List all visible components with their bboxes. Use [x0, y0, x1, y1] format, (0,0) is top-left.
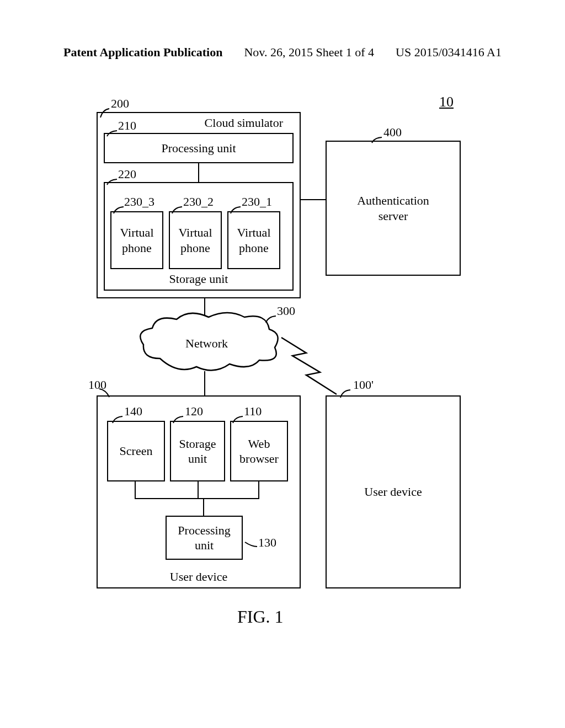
bus-h: [135, 498, 259, 499]
bus-v2: [198, 481, 199, 498]
figure-caption: FIG. 1: [237, 607, 284, 627]
lead-140: [111, 411, 124, 423]
lead-400: [371, 131, 383, 143]
block-proc-unit-user: Processing unit: [166, 516, 243, 560]
lead-2302: [171, 201, 183, 213]
ref-proc-user: 130: [258, 536, 276, 550]
header-center: Nov. 26, 2015 Sheet 1 of 4: [244, 45, 374, 60]
block-auth-server: Authentication server: [326, 141, 461, 276]
block-web-browser: Web browser: [230, 421, 288, 481]
header-left: Patent Application Publication: [63, 45, 222, 60]
web-browser-text: Web browser: [239, 436, 279, 467]
conn-cloud-auth: [301, 199, 326, 200]
ref-proc-cloud: 210: [118, 119, 136, 133]
block-vp2: Virtual phone: [169, 211, 222, 269]
ref-storage-user: 120: [185, 404, 203, 419]
block-vp1: Virtual phone: [227, 211, 280, 269]
lead-220: [106, 173, 118, 185]
block-user-device-2: User device: [326, 395, 461, 588]
page-header: Patent Application Publication Nov. 26, …: [0, 45, 565, 60]
lead-200: [99, 102, 110, 119]
conn-proc-storage: [198, 163, 199, 182]
block-screen: Screen: [107, 421, 165, 481]
ref-cloud-sim: 200: [111, 97, 129, 111]
diagram-figure-1: 10 Cloud simulator 200 Processing unit 2…: [66, 85, 497, 637]
wireless-icon: [276, 331, 348, 397]
storage-small-text: Storage unit: [179, 436, 216, 467]
block-storage-small: Storage unit: [170, 421, 225, 481]
bus-down: [203, 498, 204, 516]
ref-screen: 140: [124, 404, 142, 419]
storage-unit-cloud-text: Storage unit: [169, 271, 228, 287]
lead-100: [98, 383, 110, 397]
lead-2301: [230, 201, 242, 213]
block-vp3: Virtual phone: [110, 211, 163, 269]
ref-vp2: 230_2: [183, 195, 214, 209]
ref-web: 110: [244, 404, 262, 419]
bus-v3: [258, 481, 259, 498]
cloud-simulator-title: Cloud simulator: [205, 115, 283, 131]
lead-210: [106, 124, 118, 136]
ref-user2: 100': [353, 378, 374, 392]
ref-vp3: 230_3: [124, 195, 154, 209]
header-right: US 2015/0341416 A1: [396, 45, 502, 60]
lead-130: [244, 538, 257, 548]
lead-100p: [339, 384, 353, 398]
auth-server-text: Authentication server: [357, 193, 429, 223]
ref-system: 10: [439, 94, 454, 110]
network-text: Network: [185, 336, 228, 351]
conn-sim-net: [204, 298, 205, 315]
vp3-text: Virtual phone: [120, 225, 154, 255]
user-device-2-text: User device: [364, 484, 422, 500]
vp1-text: Virtual phone: [237, 225, 271, 255]
ref-network: 300: [277, 304, 295, 318]
lead-2303: [113, 201, 125, 213]
lead-300: [265, 311, 277, 323]
block-proc-unit-cloud: Processing unit: [104, 133, 294, 163]
screen-text: Screen: [120, 443, 153, 459]
vp2-text: Virtual phone: [179, 225, 212, 255]
bus-v1: [135, 481, 136, 498]
ref-auth: 400: [383, 125, 402, 140]
lead-120: [172, 411, 184, 423]
ref-vp1: 230_1: [242, 195, 272, 209]
patent-page: Patent Application Publication Nov. 26, …: [0, 0, 565, 728]
user-device-1-text: User device: [170, 569, 227, 585]
ref-storage-cloud: 220: [118, 167, 136, 181]
conn-net-user1: [204, 371, 205, 395]
proc-unit-user-text: Processing unit: [178, 523, 230, 553]
proc-unit-cloud-text: Processing unit: [161, 141, 236, 156]
lead-110: [232, 411, 244, 423]
